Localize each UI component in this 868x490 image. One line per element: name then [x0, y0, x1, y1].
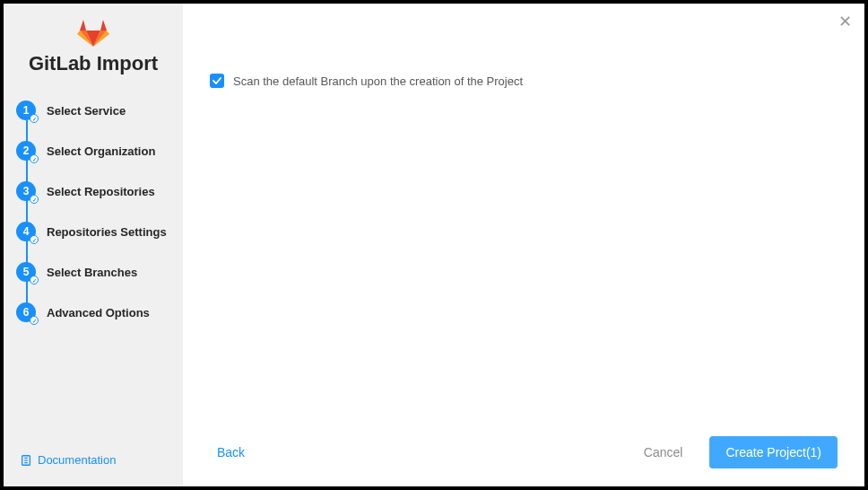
create-project-button[interactable]: Create Project(1) — [709, 436, 838, 468]
checkmark-icon — [213, 76, 221, 85]
step-number: 3 ✓ — [16, 181, 36, 201]
check-icon: ✓ — [30, 235, 39, 244]
step-num-text: 2 — [23, 144, 30, 157]
check-icon: ✓ — [30, 316, 39, 325]
step-num-text: 6 — [23, 306, 30, 319]
close-icon[interactable]: ✕ — [838, 14, 852, 29]
documentation-label: Documentation — [38, 453, 116, 467]
content-area: Scan the default Branch upon the creatio… — [210, 29, 838, 424]
cancel-button[interactable]: Cancel — [629, 438, 698, 467]
step-number: 2 ✓ — [16, 141, 36, 161]
step-label: Select Service — [47, 104, 126, 118]
step-num-text: 3 — [23, 185, 30, 197]
document-icon — [20, 454, 32, 467]
step-number: 4 ✓ — [16, 222, 36, 241]
back-button[interactable]: Back — [210, 440, 252, 465]
step-label: Select Organization — [47, 144, 155, 158]
sidebar: GitLab Import 1 ✓ Select Service 2 ✓ Sel… — [4, 4, 183, 486]
step-num-text: 1 — [23, 104, 30, 117]
step-label: Select Branches — [47, 266, 137, 279]
steps-list: 1 ✓ Select Service 2 ✓ Select Organizati… — [4, 101, 183, 453]
step-number: 5 ✓ — [16, 262, 36, 282]
step-num-text: 4 — [23, 225, 30, 238]
logo-wrap — [4, 18, 183, 47]
documentation-link[interactable]: Documentation — [4, 453, 183, 486]
step-select-branches[interactable]: 5 ✓ Select Branches — [16, 262, 183, 282]
step-select-organization[interactable]: 2 ✓ Select Organization — [16, 141, 183, 161]
step-label: Select Repositories — [47, 185, 155, 198]
check-icon: ✓ — [30, 154, 39, 163]
main-panel: Scan the default Branch upon the creatio… — [183, 4, 864, 486]
step-label: Repositories Settings — [47, 225, 167, 239]
page-title: GitLab Import — [4, 52, 183, 75]
check-icon: ✓ — [30, 195, 39, 204]
footer: Back Cancel Create Project(1) — [210, 424, 838, 468]
gitlab-logo-icon — [77, 18, 109, 47]
step-advanced-options[interactable]: 6 ✓ Advanced Options — [16, 302, 183, 322]
step-number: 6 ✓ — [16, 302, 36, 322]
import-dialog: ✕ GitLab Import 1 ✓ Select Service — [4, 4, 864, 486]
checkbox-label: Scan the default Branch upon the creatio… — [233, 74, 523, 88]
step-num-text: 5 — [23, 266, 30, 278]
step-repositories-settings[interactable]: 4 ✓ Repositories Settings — [16, 222, 183, 241]
scan-default-branch-checkbox[interactable] — [210, 74, 224, 88]
scan-default-branch-row: Scan the default Branch upon the creatio… — [210, 74, 838, 88]
step-label: Advanced Options — [47, 306, 150, 319]
step-number: 1 ✓ — [16, 101, 36, 120]
step-select-service[interactable]: 1 ✓ Select Service — [16, 101, 183, 120]
step-select-repositories[interactable]: 3 ✓ Select Repositories — [16, 181, 183, 201]
check-icon: ✓ — [30, 276, 39, 284]
check-icon: ✓ — [30, 114, 39, 123]
